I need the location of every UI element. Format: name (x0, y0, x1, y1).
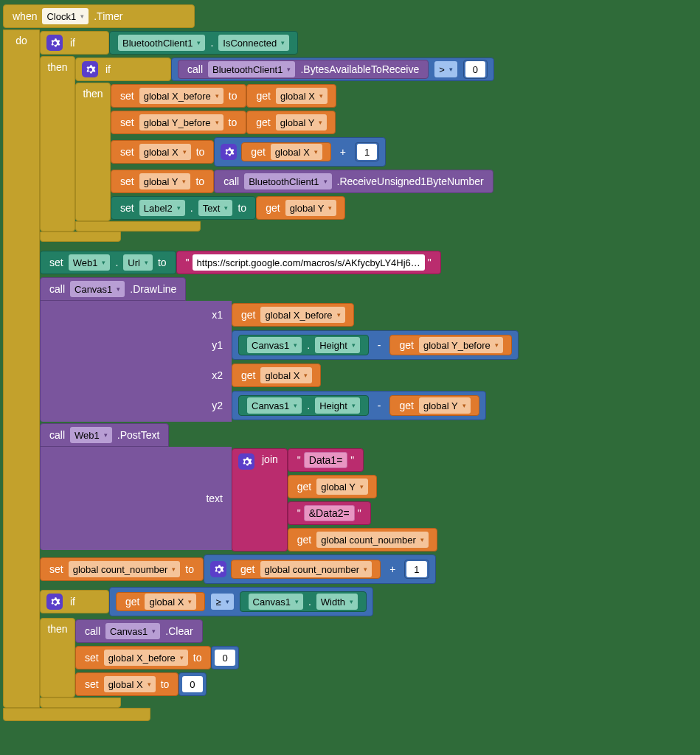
cn-var[interactable]: global count_noumber (316, 532, 429, 548)
gear-icon[interactable] (210, 561, 226, 577)
width-prop[interactable]: Width (316, 594, 358, 610)
y-var[interactable]: global Y (139, 173, 191, 189)
event-when-clock-timer[interactable]: when Clock1 .Timer (3, 4, 195, 28)
x-var[interactable]: global X (139, 144, 191, 160)
gear-icon[interactable] (238, 453, 254, 470)
get-y-y2[interactable]: get global Y (389, 395, 479, 416)
bluetooth-isconnected[interactable]: BluetoothClient1 . IsConnected (109, 31, 298, 55)
get-x[interactable]: get global X (246, 84, 336, 108)
url-value[interactable]: https://script.google.com/macros/s/AKfyc… (193, 254, 425, 271)
call-drawline[interactable]: call Canvas1 .DrawLine (40, 277, 186, 301)
math-plus-cn[interactable]: get global count_noumber + 1 (204, 554, 436, 584)
y-var[interactable]: global Y (316, 479, 368, 495)
y-var[interactable]: global Y (285, 200, 337, 216)
set-y[interactable]: set global Y to (111, 170, 214, 193)
call-posttext[interactable]: call Web1 .PostText (40, 423, 169, 447)
text-prop[interactable]: Text (198, 200, 233, 216)
x-var[interactable]: global X (271, 144, 322, 160)
zero-value-xb[interactable]: 0 (215, 650, 235, 666)
set-countnoumber[interactable]: set global count_noumber to (40, 557, 204, 581)
gte-operator[interactable]: ≥ (211, 594, 233, 610)
bc1-dropdown[interactable]: BluetoothClient1 (244, 173, 331, 189)
zero-block1[interactable]: 0 (211, 646, 238, 669)
canvas1-dropdown[interactable]: Canvas1 (247, 337, 302, 353)
xbefore-var[interactable]: global X_before (104, 650, 188, 666)
canvas1-dropdown[interactable]: Canvas1 (105, 623, 160, 639)
if3-block[interactable]: if (40, 590, 109, 613)
set-x[interactable]: set global X to (111, 140, 214, 164)
gt-operator[interactable]: > (434, 61, 457, 77)
cn-var[interactable]: global count_noumber (260, 561, 372, 577)
compare-gte[interactable]: get global X ≥ Canvas1 . Width (109, 587, 373, 616)
zero-value-x[interactable]: 0 (182, 676, 202, 692)
xbefore-var[interactable]: global X_before (260, 307, 344, 323)
call-bytesavailable[interactable]: call BluetoothClient1 .BytesAvailableToR… (178, 60, 429, 79)
get-y[interactable]: get global Y (246, 111, 336, 134)
url-prop[interactable]: Url (123, 254, 153, 271)
if1-block[interactable]: if (40, 31, 109, 55)
get-ybefore[interactable]: get global Y_before (389, 335, 511, 355)
compare-gt[interactable]: call BluetoothClient1 .BytesAvailableToR… (171, 58, 494, 81)
canvas-height2[interactable]: Canvas1 . Height (238, 395, 369, 416)
x-var[interactable]: global X (104, 676, 156, 692)
canvas-height1[interactable]: Canvas1 . Height (238, 335, 369, 355)
get-y-join[interactable]: get global Y (288, 475, 377, 498)
gear-icon[interactable] (221, 144, 237, 160)
ybefore-var[interactable]: global Y_before (419, 337, 503, 353)
y-var[interactable]: global Y (419, 397, 471, 414)
canvas1-dropdown[interactable]: Canvas1 (70, 281, 125, 297)
xbefore-var[interactable]: global X_before (139, 88, 223, 104)
get-cn-inner[interactable]: get global count_noumber (231, 560, 381, 579)
get-x-inner[interactable]: get global X (241, 142, 330, 161)
y-var[interactable]: global Y (276, 114, 328, 131)
get-label: get (238, 563, 257, 575)
data1-text[interactable]: Data1= (304, 452, 348, 468)
height-prop[interactable]: Height (315, 397, 360, 414)
canvas-width[interactable]: Canvas1 . Width (240, 591, 367, 612)
set-label2-text[interactable]: set Label2 . Text to (111, 196, 256, 220)
url-string[interactable]: " https://script.google.com/macros/s/AKf… (176, 251, 441, 274)
bc1-dropdown[interactable]: BluetoothClient1 (208, 61, 295, 77)
data2-text[interactable]: &Data2= (304, 505, 355, 521)
math-plus[interactable]: get global X + 1 (214, 137, 386, 167)
call-receivebyte[interactable]: call BluetoothClient1 .ReceiveUnsigned1B… (214, 170, 493, 193)
x-var[interactable]: global X (260, 367, 312, 383)
set-xbefore-0[interactable]: set global X_before to (75, 646, 211, 669)
x-var[interactable]: global X (145, 594, 196, 610)
get-cn-join[interactable]: get global count_noumber (288, 528, 437, 552)
height-prop[interactable]: Height (315, 337, 360, 353)
call-canvas-clear[interactable]: call Canvas1 .Clear (75, 619, 203, 643)
label2-dropdown[interactable]: Label2 (139, 200, 185, 216)
web1-dropdown[interactable]: Web1 (70, 427, 112, 443)
isconnected-dropdown[interactable]: IsConnected (218, 35, 289, 51)
set-xbefore[interactable]: set global X_before to (111, 84, 246, 108)
set-ybefore[interactable]: set global Y_before to (111, 111, 246, 134)
if2-block[interactable]: if (75, 58, 171, 81)
ybefore-var[interactable]: global Y_before (139, 114, 223, 131)
canvas1-dropdown[interactable]: Canvas1 (247, 397, 302, 414)
set-web1-url[interactable]: set Web1 . Url to (40, 251, 176, 274)
math-minus-y1[interactable]: Canvas1 . Height - get global Y_before (232, 330, 519, 360)
math-minus-y2[interactable]: Canvas1 . Height - get global Y (232, 391, 486, 420)
data2-string[interactable]: " &Data2= " (288, 501, 371, 525)
zero-value[interactable]: 0 (465, 61, 485, 77)
gear-icon[interactable] (46, 594, 63, 610)
clock1-dropdown[interactable]: Clock1 (42, 8, 89, 24)
data1-string[interactable]: " Data1= " (288, 448, 364, 472)
one-value2[interactable]: 1 (406, 561, 426, 577)
get-x-x2[interactable]: get global X (232, 363, 321, 387)
x-var[interactable]: global X (276, 88, 328, 104)
get-xbefore[interactable]: get global X_before (232, 303, 354, 327)
get-x-if3[interactable]: get global X (116, 592, 205, 611)
get-y2[interactable]: get global Y (256, 196, 345, 220)
cn-var[interactable]: global count_noumber (69, 561, 181, 577)
canvas1-dropdown[interactable]: Canvas1 (249, 594, 303, 610)
bc1-dropdown[interactable]: BluetoothClient1 (118, 35, 205, 51)
set-x-0[interactable]: set global X to (75, 672, 179, 696)
gear-icon[interactable] (82, 61, 98, 77)
web1-dropdown[interactable]: Web1 (69, 254, 111, 271)
gear-icon[interactable] (46, 35, 63, 51)
zero-block2[interactable]: 0 (179, 672, 206, 696)
join-block[interactable]: join (232, 448, 288, 552)
one-value[interactable]: 1 (357, 144, 377, 160)
